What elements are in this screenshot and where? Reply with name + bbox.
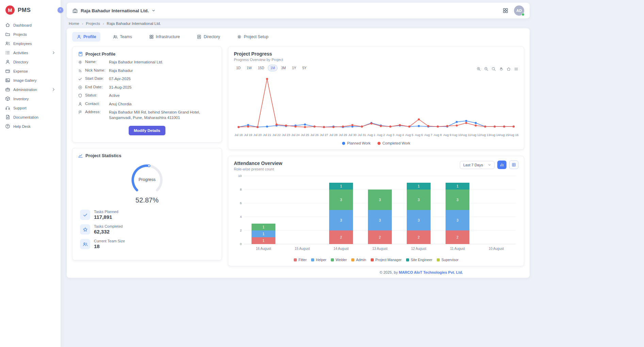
svg-text:Jul 19: Jul 19	[244, 133, 252, 137]
apps-grid-icon[interactable]	[502, 7, 509, 14]
app-name: PMS	[18, 7, 31, 14]
range-1y-button[interactable]: 1Y	[290, 65, 299, 71]
sidebar-item-expense[interactable]: Expense	[0, 66, 61, 76]
company-link[interactable]: MARCO AIoT Technologies Pvt. Ltd.	[399, 270, 463, 274]
svg-text:Aug 9: Aug 9	[443, 133, 451, 137]
sidebar-item-directory[interactable]: Directory	[0, 57, 61, 66]
stat-tasks-planned: Tasks Planned 117,891	[78, 210, 216, 220]
svg-text:Aug 16: Aug 16	[509, 133, 518, 137]
sidebar-item-documentation[interactable]: Documentation	[0, 112, 61, 122]
bar-view-toggle[interactable]	[497, 161, 506, 169]
breadcrumb-separator-icon: ›	[82, 21, 83, 26]
table-icon	[512, 163, 516, 167]
svg-text:14 August: 14 August	[334, 247, 349, 251]
sidebar-item-administration[interactable]: Administration	[0, 85, 61, 94]
sidebar-item-support[interactable]: Support	[0, 103, 61, 112]
tab-profile[interactable]: Profile	[72, 32, 100, 42]
svg-text:Aug 14: Aug 14	[490, 133, 499, 137]
reset-home-icon[interactable]	[506, 67, 511, 71]
breadcrumb-home[interactable]: Home	[69, 21, 79, 26]
field-value: Raja Bahadur	[109, 68, 216, 74]
svg-text:Jul 26: Jul 26	[310, 133, 319, 137]
svg-text:3: 3	[379, 218, 381, 222]
sidebar-item-image-gallery[interactable]: Image Gallery	[0, 76, 61, 85]
range-3m-button[interactable]: 3M	[279, 65, 288, 71]
date-range-select[interactable]: Last 7 Days	[460, 161, 495, 169]
modify-details-button[interactable]: Modify Details	[129, 126, 165, 135]
legend-label: Welder	[336, 258, 347, 262]
zoom-out-icon[interactable]	[484, 67, 488, 71]
sidebar-item-dashboard[interactable]: Dashboard	[0, 20, 61, 30]
svg-text:1: 1	[262, 232, 264, 236]
svg-text:3: 3	[418, 198, 420, 202]
tab-label: Infrastructure	[156, 34, 180, 39]
sidebar-item-label: Activities	[13, 51, 28, 55]
svg-text:Jul 29: Jul 29	[339, 133, 347, 137]
svg-text:16 August: 16 August	[256, 247, 271, 251]
app-logo[interactable]: M PMS	[0, 0, 61, 19]
tab-directory[interactable]: Directory	[192, 32, 224, 42]
svg-text:Aug 1: Aug 1	[367, 133, 375, 137]
pan-hand-icon[interactable]	[499, 67, 503, 71]
team-icon	[80, 239, 90, 249]
legend-label: Site Engineer	[411, 258, 432, 262]
range-1d-button[interactable]: 1D	[234, 65, 243, 71]
legend-completed-work[interactable]: Completed Work	[377, 141, 410, 145]
progress-gauge-wrap: Progress	[127, 164, 167, 195]
svg-text:Jul 25: Jul 25	[301, 133, 309, 137]
svg-text:Jul 18: Jul 18	[235, 133, 243, 137]
range-5y-button[interactable]: 5Y	[300, 65, 309, 71]
field-address: Address: Raja Bahadur Mill Rd, behind Sh…	[78, 110, 216, 120]
legend-label: Project Manager	[375, 258, 402, 262]
x-circle-icon	[78, 85, 82, 90]
flag-icon	[78, 110, 82, 115]
tab-teams[interactable]: Teams	[109, 32, 136, 42]
range-1m-button[interactable]: 1M	[268, 65, 277, 71]
tab-project-setup[interactable]: Project Setup	[232, 32, 273, 42]
field-status: Status: Active	[78, 93, 216, 99]
sidebar-item-label: Dashboard	[13, 23, 32, 27]
avatar[interactable]: AD	[514, 5, 524, 16]
legend-helper[interactable]: Helper	[311, 258, 326, 262]
legend-planned-work[interactable]: Planned Work	[342, 141, 371, 145]
legend-site-engineer[interactable]: Site Engineer	[406, 258, 432, 262]
main-area: Raja Bahadur International Ltd. AD Home …	[61, 0, 644, 347]
legend-supervisor[interactable]: Supervisor	[437, 258, 458, 262]
svg-text:0: 0	[240, 242, 242, 246]
folder-icon	[5, 32, 10, 37]
headset-icon	[5, 105, 10, 110]
company-switcher[interactable]: Raja Bahadur International Ltd.	[72, 8, 156, 14]
svg-text:2: 2	[379, 236, 381, 239]
sidebar-item-activities[interactable]: Activities	[0, 48, 61, 57]
menu-icon[interactable]	[514, 67, 518, 71]
breadcrumb-projects[interactable]: Projects	[86, 21, 100, 26]
footer: © 2025, by MARCO AIoT Technologies Pvt. …	[67, 266, 530, 278]
field-label: Address:	[85, 110, 106, 114]
sidebar-item-employees[interactable]: Employees	[0, 39, 61, 48]
building-icon	[72, 8, 78, 14]
sidebar-collapse-button[interactable]: ‹	[58, 7, 63, 13]
svg-text:Aug 7: Aug 7	[424, 133, 432, 137]
zoom-in-icon[interactable]	[477, 67, 481, 71]
chart-title: Attendance Overview	[234, 161, 282, 166]
table-view-toggle[interactable]	[509, 161, 518, 169]
sidebar-item-inventory[interactable]: Inventory	[0, 94, 61, 103]
legend-label: Fitter	[299, 258, 307, 262]
sidebar-item-projects[interactable]: Projects	[0, 30, 61, 39]
svg-text:Jul 22: Jul 22	[272, 133, 280, 137]
box-zoom-icon[interactable]	[492, 67, 496, 71]
svg-text:Aug 10: Aug 10	[452, 133, 462, 137]
time-range-selector: 1D 1W 15D 1M 3M 1Y 5Y	[234, 65, 309, 71]
svg-text:Aug 11: Aug 11	[462, 133, 471, 137]
tab-infrastructure[interactable]: Infrastructure	[145, 32, 184, 42]
people-icon	[113, 34, 118, 39]
legend-welder[interactable]: Welder	[331, 258, 347, 262]
sidebar-item-help-desk[interactable]: Help Desk	[0, 122, 61, 131]
legend-admin[interactable]: Admin	[351, 258, 366, 262]
range-1w-button[interactable]: 1W	[244, 65, 254, 71]
chevron-down-icon	[488, 163, 491, 167]
stat-label: Current Team Size	[94, 239, 125, 243]
legend-project-manager[interactable]: Project Manager	[371, 258, 402, 262]
legend-fitter[interactable]: Fitter	[294, 258, 307, 262]
range-15d-button[interactable]: 15D	[256, 65, 267, 71]
